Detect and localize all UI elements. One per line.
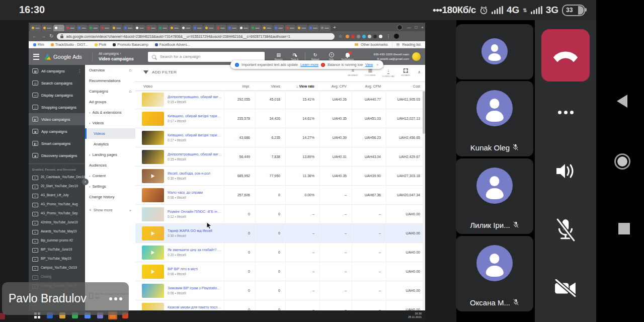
- subnav-item-recommendations[interactable]: Recommendations: [85, 75, 135, 86]
- address-bar[interactable]: ads.google.com/av/videos?channel=4&ocid=…: [57, 33, 335, 40]
- campaign-item[interactable]: ▸Campus_YouTube_Oct19: [29, 264, 85, 273]
- extension-icon[interactable]: [351, 35, 355, 38]
- browser-tab[interactable]: [250, 25, 261, 31]
- search-input[interactable]: [159, 54, 261, 59]
- video-title-link[interactable]: Дніпропетровщино, обирай вигідні тарифи!: [168, 95, 222, 99]
- browser-tab[interactable]: [192, 25, 203, 31]
- breadcrumb-parent[interactable]: All campaigns ›: [99, 52, 134, 55]
- video-title-link[interactable]: Як зменшити ціну за гігабайт? Тариф Лайф…: [168, 248, 222, 252]
- columns-button[interactable]: ▥COLUMNS: [365, 68, 375, 77]
- video-title-link[interactable]: Тариф ЖАРА GO від lifecell: [168, 229, 212, 232]
- campaign-item[interactable]: ▸4G_Promo_YouTube_Aug: [29, 200, 85, 209]
- browser-tab[interactable]: [181, 25, 192, 31]
- table-row[interactable]: Роумінг Онлайн ПЛЮС: 4ГБ інтернету у роу…: [135, 205, 425, 224]
- sidebar-item-app-campaigns[interactable]: ▣App campaigns: [29, 125, 85, 137]
- kebab-menu-icon[interactable]: ⋮: [77, 69, 82, 73]
- campaign-item[interactable]: ▸4G_Promo_YouTube_Sep: [29, 209, 85, 218]
- subnav-item-settings[interactable]: ▾Settings: [85, 181, 135, 192]
- android-home-button[interactable]: [614, 153, 630, 170]
- profile-avatar[interactable]: [394, 34, 399, 39]
- subnav-item-landing-pages[interactable]: ▾Landing pages: [85, 149, 135, 160]
- android-recents-button[interactable]: [618, 223, 630, 234]
- subnav-item-overview[interactable]: Overview⌂: [85, 65, 135, 75]
- browser-tab[interactable]: [88, 25, 99, 31]
- learn-more-link[interactable]: Learn more: [300, 63, 318, 66]
- campaign-item[interactable]: ▸4G_Board_Lift_July: [29, 191, 85, 200]
- extension-icon[interactable]: [373, 35, 377, 38]
- back-icon[interactable]: ←: [32, 34, 37, 39]
- new-tab-button[interactable]: +: [333, 25, 336, 30]
- speaker-button[interactable]: [535, 163, 596, 180]
- video-thumbnail[interactable]: [142, 246, 164, 260]
- video-thumbnail[interactable]: [142, 265, 164, 279]
- column-header[interactable]: Cost: [386, 85, 425, 88]
- video-thumbnail[interactable]: [142, 169, 164, 183]
- table-row[interactable]: Тариф ЖАРА GO від lifecell0:30 • lifecel…: [135, 224, 425, 243]
- reading-list[interactable]: Reading list: [402, 43, 421, 46]
- subnav-item-campaigns[interactable]: Campaigns⌂: [85, 86, 135, 97]
- subnav-item-videos[interactable]: ▾Videos: [85, 118, 135, 128]
- table-row[interactable]: Дніпропетровщино, обирай вигідні тарифи!…: [135, 90, 425, 109]
- video-thumbnail[interactable]: [142, 150, 164, 164]
- browser-tab[interactable]: [238, 25, 250, 31]
- table-row[interactable]: BiP BiP літо в місті0:06 • lifecell00–––…: [135, 262, 425, 281]
- maximize-icon[interactable]: □: [415, 25, 417, 30]
- video-title-link[interactable]: Зимовим BiP іграм з Playstation бути!: [168, 286, 222, 290]
- subnav-item-audiences[interactable]: Audiences: [85, 160, 135, 171]
- video-title-link[interactable]: Мало часу, до справи: [168, 191, 203, 194]
- account-avatar[interactable]: [412, 52, 421, 61]
- participant-tile[interactable]: Kunak Oleg: [456, 81, 533, 156]
- reload-icon[interactable]: ↻: [49, 34, 53, 39]
- table-row[interactable]: Мало часу, до справи0:06 • lifecell257,6…: [135, 186, 425, 205]
- subnav-item-videos[interactable]: Videos: [85, 128, 135, 139]
- expand-button[interactable]: EXPAND: [401, 68, 410, 77]
- extension-icon[interactable]: [357, 35, 360, 38]
- tools-button[interactable]: Tools &: [287, 52, 303, 61]
- forward-icon[interactable]: →: [41, 34, 46, 39]
- browser-tab[interactable]: [227, 25, 238, 31]
- browser-tab[interactable]: [273, 25, 284, 31]
- browser-tab[interactable]: [30, 25, 41, 31]
- browser-tab[interactable]: [146, 25, 157, 31]
- other-bookmarks[interactable]: Other bookmarks: [361, 43, 388, 46]
- table-row[interactable]: Дніпропетровщино, обирай вигідні тарифи!…: [135, 147, 425, 167]
- microphone-muted-button[interactable]: [535, 218, 596, 242]
- bookmark-item[interactable]: TrackStudio - DiGT...: [51, 43, 88, 46]
- download-button[interactable]: ↓DOWNLOAD: [382, 68, 394, 77]
- campaign-item[interactable]: ▸Bip_summer promo #2: [29, 236, 85, 246]
- browser-tab[interactable]: [169, 25, 180, 31]
- collapse-nav-button[interactable]: ‹: [82, 179, 89, 185]
- browser-tab[interactable]: [42, 25, 53, 31]
- campaign-item[interactable]: ▸20_Cashback_YouTube_Dec19: [29, 173, 85, 182]
- subnav-item-analytics[interactable]: Analytics: [85, 139, 135, 149]
- extension-icon[interactable]: [379, 35, 382, 38]
- browser-tab[interactable]: [215, 25, 226, 31]
- view-link[interactable]: View: [365, 63, 373, 66]
- campaign-item[interactable]: ▸42rdms_YouTube_June19: [29, 218, 85, 227]
- campaign-item[interactable]: ▸Awards_YouTube_May19: [29, 227, 85, 236]
- browser-tab[interactable]: [285, 25, 296, 31]
- minimize-icon[interactable]: —: [407, 25, 411, 30]
- subnav-item-change-history[interactable]: Change history: [85, 192, 135, 202]
- browser-tab[interactable]: [157, 25, 169, 31]
- sidebar-item-all-campaigns[interactable]: ▦All campaigns⋮: [29, 65, 85, 77]
- video-thumbnail[interactable]: [142, 93, 164, 107]
- table-row[interactable]: Зимовим BiP іграм з Playstation бути!0:0…: [135, 281, 425, 300]
- video-thumbnail[interactable]: [142, 188, 164, 202]
- browser-tab[interactable]: [65, 25, 76, 31]
- campaign-item[interactable]: ▸Closing: [29, 273, 85, 282]
- hang-up-button[interactable]: [541, 29, 590, 82]
- browser-tab[interactable]: [262, 25, 273, 31]
- sidebar-item-video-campaigns[interactable]: ▶Video campaigns: [29, 113, 85, 125]
- browser-tab[interactable]: [204, 25, 215, 31]
- extension-icon[interactable]: [368, 35, 371, 38]
- notifications-button[interactable]: Notifications: [340, 52, 356, 61]
- browser-menu-icon[interactable]: ⋮: [386, 34, 390, 39]
- sidebar-item-display-campaigns[interactable]: ▭Display campaigns: [29, 89, 85, 101]
- browser-tab[interactable]: [134, 25, 145, 31]
- scrollbar[interactable]: [423, 90, 425, 310]
- campaign-item[interactable]: ▸BiP_YouTube_June19: [29, 246, 85, 255]
- more-actions-button[interactable]: [535, 111, 596, 114]
- bookmark-item[interactable]: Rtm: [33, 43, 44, 46]
- video-thumbnail[interactable]: [142, 284, 164, 298]
